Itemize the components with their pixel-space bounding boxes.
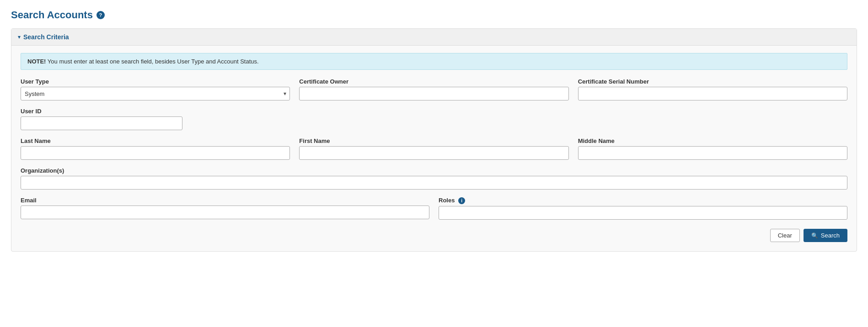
user-type-label: User Type	[21, 78, 290, 85]
clear-button[interactable]: Clear	[770, 229, 800, 242]
page-title: Search Accounts ?	[11, 9, 857, 21]
user-id-field: User ID	[21, 108, 182, 130]
middle-name-field: Middle Name	[578, 137, 847, 160]
last-name-label: Last Name	[21, 137, 290, 144]
email-field: Email	[21, 197, 429, 220]
organizations-input[interactable]	[21, 176, 847, 190]
search-button-label: Search	[821, 232, 840, 239]
user-type-select[interactable]: System	[21, 87, 290, 100]
form-row-4: Organization(s)	[21, 167, 847, 190]
help-icon[interactable]: ?	[96, 11, 105, 19]
roles-input[interactable]	[439, 206, 847, 220]
panel-body: NOTE! You must enter at least one search…	[11, 46, 857, 251]
middle-name-label: Middle Name	[578, 137, 847, 144]
roles-field: Roles i	[439, 197, 847, 220]
user-id-input[interactable]	[21, 116, 182, 130]
form-row-5: Email Roles i	[21, 197, 847, 220]
panel-header-label: Search Criteria	[23, 33, 69, 41]
email-label: Email	[21, 197, 429, 204]
roles-label: Roles i	[439, 197, 847, 204]
form-row-1: User Type System ▾ Certificate Owner Cer…	[21, 78, 847, 100]
first-name-input[interactable]	[299, 146, 568, 160]
user-type-field: User Type System ▾	[21, 78, 290, 100]
chevron-icon: ▾	[18, 34, 21, 40]
first-name-label: First Name	[299, 137, 568, 144]
search-button-icon: 🔍	[811, 232, 818, 239]
certificate-owner-label: Certificate Owner	[299, 78, 568, 85]
user-id-label: User ID	[21, 108, 182, 115]
organizations-field: Organization(s)	[21, 167, 847, 190]
note-box: NOTE! You must enter at least one search…	[21, 53, 847, 70]
roles-info-icon[interactable]: i	[458, 197, 465, 204]
last-name-field: Last Name	[21, 137, 290, 160]
search-criteria-panel: ▾ Search Criteria NOTE! You must enter a…	[11, 28, 857, 252]
note-text: You must enter at least one search field…	[48, 58, 259, 65]
search-button[interactable]: 🔍 Search	[804, 229, 847, 242]
panel-header[interactable]: ▾ Search Criteria	[11, 29, 857, 46]
form-row-2: User ID	[21, 108, 847, 130]
middle-name-input[interactable]	[578, 146, 847, 160]
certificate-serial-number-label: Certificate Serial Number	[578, 78, 847, 85]
user-type-select-wrapper: System ▾	[21, 87, 290, 100]
page-container: Search Accounts ? ▾ Search Criteria NOTE…	[0, 0, 868, 327]
certificate-serial-number-input[interactable]	[578, 87, 847, 100]
email-input[interactable]	[21, 206, 429, 219]
form-row-3: Last Name First Name Middle Name	[21, 137, 847, 160]
note-bold: NOTE!	[27, 58, 46, 65]
last-name-input[interactable]	[21, 146, 290, 160]
certificate-owner-field: Certificate Owner	[299, 78, 568, 100]
organizations-label: Organization(s)	[21, 167, 847, 174]
button-row: Clear 🔍 Search	[21, 229, 847, 242]
page-title-text: Search Accounts	[11, 9, 93, 21]
first-name-field: First Name	[299, 137, 568, 160]
certificate-serial-number-field: Certificate Serial Number	[578, 78, 847, 100]
certificate-owner-input[interactable]	[299, 87, 568, 100]
